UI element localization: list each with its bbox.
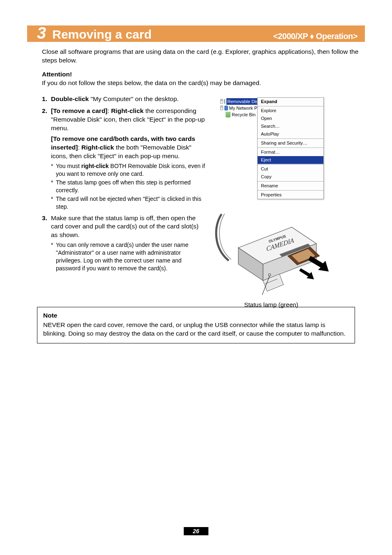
step-3-text: Make sure that the status lamp is off, t… (51, 214, 198, 239)
context-menu-item[interactable]: Copy (258, 173, 323, 181)
expand-icon: + (220, 106, 223, 110)
note-heading: Note (43, 311, 349, 320)
page-number: 26 (184, 527, 208, 535)
step-2-note-1: You must right-click BOTH Removable Disk… (51, 162, 206, 178)
step-2-note-3: The card will not be ejected when "Eject… (51, 195, 206, 211)
menu-separator (258, 138, 323, 139)
section-number: 3 (37, 25, 46, 41)
section-title: Removing a card (52, 28, 152, 41)
step-2: [To remove a card]: Right-click the corr… (42, 107, 206, 211)
svg-marker-10 (308, 256, 329, 272)
menu-separator (258, 147, 323, 148)
context-menu-item[interactable]: Rename (258, 182, 323, 190)
svg-marker-11 (299, 268, 314, 279)
instructions-column: Double-click "My Computer" on the deskto… (42, 95, 206, 297)
steps-list: Double-click "My Computer" on the deskto… (42, 95, 206, 272)
tree-recycle-label: Recycle Bin (232, 111, 256, 118)
context-menu-item-eject[interactable]: Eject (258, 156, 323, 164)
step-1-bold: Double-click (51, 95, 89, 102)
context-menu-item[interactable]: Open (258, 115, 323, 122)
card-reader-illustration: OLYMPUS CAMEDIA (205, 211, 337, 297)
content-columns: Double-click "My Computer" on the deskto… (42, 95, 365, 297)
step-2-bold-b: Right-click (111, 107, 143, 114)
banner-left: 3 Removing a card (37, 25, 152, 41)
network-icon (224, 106, 228, 111)
eject-arrow-icon (308, 256, 329, 272)
intro-paragraph: Close all software programs that are usi… (42, 48, 365, 65)
tree-removable-disk: + Removable Disk (…) (220, 98, 257, 105)
context-menu: Expand Explore Open Search… AutoPlay Sha… (257, 97, 324, 199)
context-menu-item[interactable]: Expand (258, 98, 323, 106)
tree-network: + My Network P (220, 105, 257, 111)
menu-separator (258, 190, 323, 191)
tree-recycle-bin: Recycle Bin (220, 111, 257, 118)
menu-separator (258, 181, 323, 182)
device-figure: OLYMPUS CAMEDIA (205, 211, 337, 297)
step-1-text: "My Computer" on the desktop. (89, 95, 179, 102)
context-menu-item[interactable]: AutoPlay (258, 130, 323, 138)
tree-network-label: My Network P (229, 105, 257, 111)
folder-tree: + Removable Disk (…) + My Network P Recy… (220, 97, 257, 199)
context-menu-item[interactable]: Explore (258, 107, 323, 115)
eject-arrow-icon (299, 268, 314, 279)
context-menu-item[interactable]: Search… (258, 122, 323, 130)
context-menu-item[interactable]: Sharing and Security… (258, 139, 323, 147)
step-3: Make sure that the status lamp is off, t… (42, 214, 206, 272)
device-caption: Status lamp (green) (205, 301, 337, 308)
context-menu-item[interactable]: Properties (258, 191, 323, 199)
note-text: NEVER open the card cover, remove the ca… (43, 321, 346, 337)
disk-icon (224, 99, 225, 104)
context-menu-item[interactable]: Cut (258, 165, 323, 173)
step-2-notes: You must right-click BOTH Removable Disk… (51, 162, 206, 210)
expand-icon: + (220, 99, 223, 104)
step-3-note-1: You can only remove a card(s) under the … (51, 241, 206, 272)
attention-heading: Attention! (42, 71, 72, 78)
step-2-sub: [To remove one card/both cards, with two… (51, 135, 206, 161)
explorer-figure: + Removable Disk (…) + My Network P Recy… (220, 97, 365, 199)
figures-column: + Removable Disk (…) + My Network P Recy… (214, 95, 365, 297)
section-banner: 3 Removing a card <2000/XP ♦ Operation> (27, 25, 365, 42)
step-3-notes: You can only remove a card(s) under the … (51, 241, 206, 272)
recycle-bin-icon (226, 112, 231, 117)
step-2-sub-bold-b: Right-click (81, 144, 114, 151)
attention-block: Attention! If you do not follow the step… (42, 71, 365, 88)
manual-page: 3 Removing a card <2000/XP ♦ Operation> … (0, 0, 392, 555)
step-2-bold-a: [To remove a card] (51, 107, 108, 114)
step-1: Double-click "My Computer" on the deskto… (42, 95, 206, 104)
menu-separator (258, 164, 323, 165)
step-2-note-2: The status lamp goes off when this step … (51, 179, 206, 194)
section-subtitle: <2000/XP ♦ Operation> (273, 32, 357, 41)
note-box: Note NEVER open the card cover, remove t… (37, 307, 355, 343)
menu-separator (258, 106, 323, 106)
attention-text: If you do not follow the steps below, th… (42, 79, 365, 88)
context-menu-item[interactable]: Format… (258, 148, 323, 156)
